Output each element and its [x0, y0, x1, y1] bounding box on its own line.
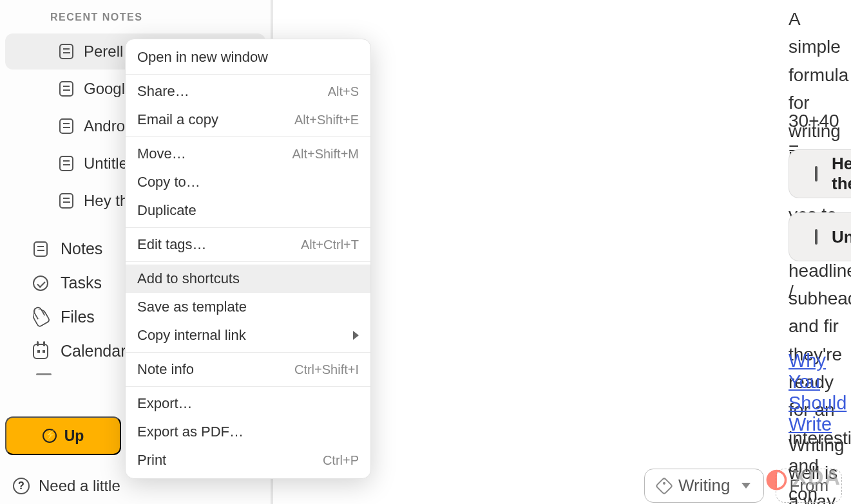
menu-label: Add to shortcuts	[137, 270, 240, 287]
note-icon	[815, 166, 818, 182]
menu-shortcut: Alt+Shift+E	[294, 113, 359, 127]
embedded-note-title: Hey there	[832, 154, 851, 194]
menu-label: Copy internal link	[137, 327, 246, 344]
menu-label: Copy to…	[137, 174, 200, 191]
menu-label: Open in new window	[137, 49, 268, 66]
nav-label: Notes	[61, 239, 102, 258]
embedded-note-title: Untitled	[832, 227, 851, 247]
note-icon	[59, 193, 73, 209]
paperclip-icon	[32, 309, 49, 326]
menu-copy-to[interactable]: Copy to…	[126, 168, 370, 196]
menu-label: Save as template	[137, 299, 247, 315]
menu-label: Export…	[137, 395, 193, 412]
menu-edit-tags[interactable]: Edit tags… Alt+Ctrl+T	[126, 230, 370, 259]
menu-share[interactable]: Share… Alt+S	[126, 77, 370, 106]
note-tags-row: Writing From	[644, 469, 842, 503]
tag-icon	[655, 476, 673, 494]
nav-label: Files	[61, 308, 95, 326]
upgrade-label: Up	[64, 427, 84, 445]
menu-separator	[126, 352, 370, 353]
tag-label: From	[789, 476, 828, 496]
tag-label: Writing	[678, 476, 730, 496]
nav-label: Tasks	[61, 274, 102, 292]
tag-from[interactable]: From	[776, 469, 842, 503]
tag-writing[interactable]: Writing	[644, 469, 764, 503]
chevron-right-icon	[353, 331, 359, 340]
menu-separator	[126, 136, 370, 137]
menu-separator	[126, 386, 370, 387]
menu-label: Note info	[137, 361, 194, 378]
note-icon	[59, 118, 73, 134]
menu-label: Email a copy	[137, 111, 218, 128]
menu-move[interactable]: Move… Alt+Shift+M	[126, 140, 370, 168]
menu-label: Export as PDF…	[137, 424, 244, 440]
help-label: Need a little	[39, 477, 120, 495]
menu-shortcut: Alt+Shift+M	[292, 147, 359, 162]
menu-export-pdf[interactable]: Export as PDF…	[126, 418, 370, 446]
menu-separator	[126, 261, 370, 262]
menu-add-to-shortcuts[interactable]: Add to shortcuts	[126, 265, 370, 293]
upgrade-button[interactable]: Up	[5, 416, 121, 455]
menu-copy-internal-link[interactable]: Copy internal link	[126, 321, 370, 350]
menu-label: Move…	[137, 145, 186, 162]
help-icon: ?	[13, 478, 30, 494]
note-icon	[32, 241, 49, 257]
embedded-note-untitled[interactable]: Untitled	[789, 212, 851, 261]
collapsed-section-icon	[36, 373, 52, 375]
embedded-note-hey-there[interactable]: Hey there	[789, 149, 851, 198]
context-menu: Open in new window Share… Alt+S Email a …	[125, 39, 371, 479]
menu-duplicate[interactable]: Duplicate	[126, 196, 370, 225]
nav-label: Calendar	[61, 342, 126, 360]
menu-separator	[126, 227, 370, 228]
recent-notes-header: RECENT NOTES	[0, 0, 271, 32]
menu-note-info[interactable]: Note info Ctrl+Shift+I	[126, 355, 370, 384]
menu-label: Duplicate	[137, 202, 196, 219]
zap-icon	[43, 429, 57, 443]
calendar-icon	[32, 343, 49, 360]
recent-note-label: Perell	[84, 42, 123, 61]
note-icon	[59, 44, 73, 59]
menu-separator	[126, 74, 370, 75]
chevron-down-icon	[741, 483, 751, 489]
menu-shortcut: Ctrl+P	[323, 453, 359, 468]
note-icon	[815, 229, 818, 245]
help-link[interactable]: ? Need a little	[0, 477, 271, 495]
note-icon	[59, 81, 73, 97]
menu-export[interactable]: Export…	[126, 389, 370, 418]
menu-label: Edit tags…	[137, 236, 207, 253]
menu-label: Print	[137, 452, 166, 469]
menu-email-copy[interactable]: Email a copy Alt+Shift+E	[126, 106, 370, 134]
check-circle-icon	[32, 275, 49, 292]
menu-shortcut: Ctrl+Shift+I	[294, 362, 359, 377]
note-icon	[59, 156, 73, 171]
link-why-you-should-write[interactable]: Why You Should Write	[789, 350, 851, 435]
menu-print[interactable]: Print Ctrl+P	[126, 446, 370, 474]
slash-command-trigger[interactable]: /	[789, 282, 794, 303]
menu-shortcut: Alt+Ctrl+T	[301, 238, 359, 252]
menu-label: Share…	[137, 83, 189, 100]
menu-shortcut: Alt+S	[328, 84, 359, 99]
menu-open-new-window[interactable]: Open in new window	[126, 43, 370, 71]
menu-save-as-template[interactable]: Save as template	[126, 293, 370, 321]
